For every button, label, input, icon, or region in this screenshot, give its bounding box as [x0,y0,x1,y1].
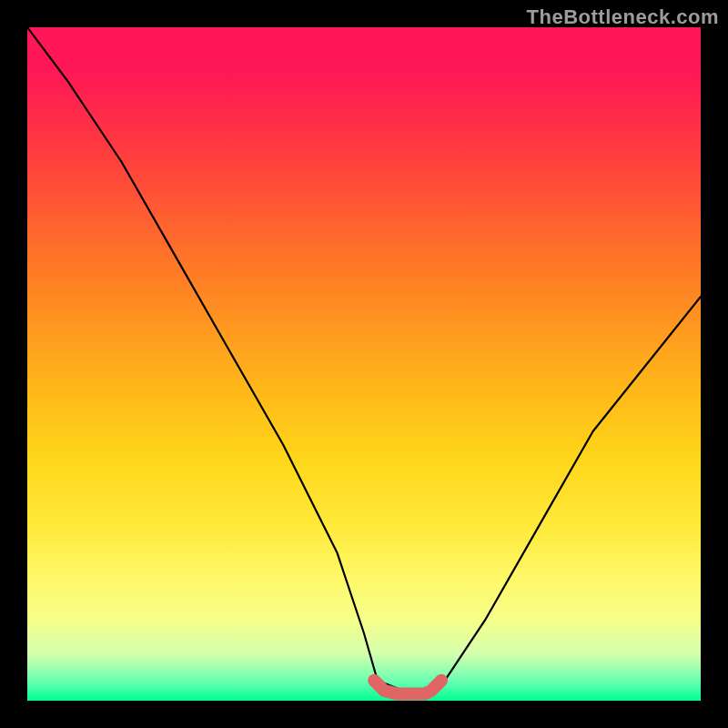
flat-minimum-highlight [374,681,441,694]
chart-frame: TheBottleneck.com [0,0,728,728]
watermark-text: TheBottleneck.com [527,5,719,29]
bottleneck-curve [27,27,701,694]
chart-overlay-svg [27,27,701,701]
chart-plot-area [27,27,701,701]
